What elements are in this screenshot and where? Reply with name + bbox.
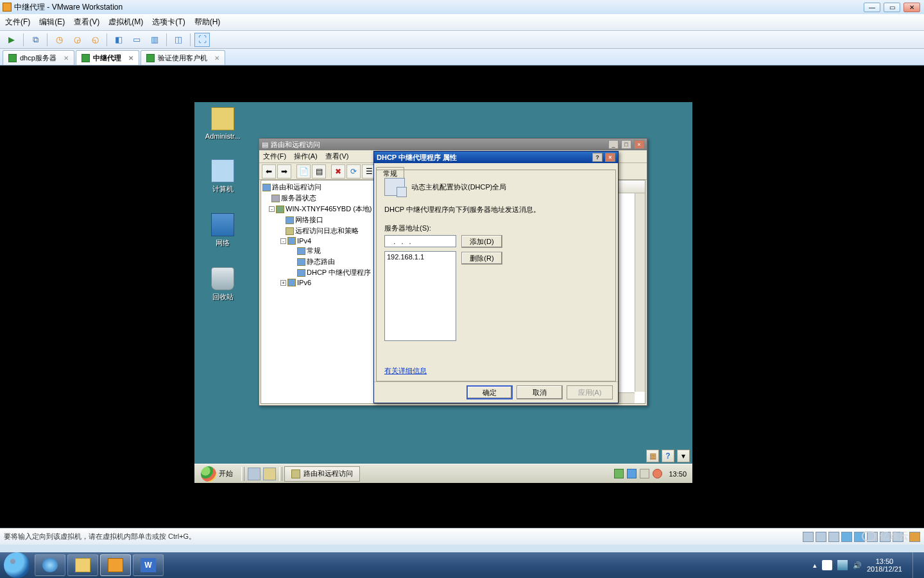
rras-menu-view[interactable]: 查看(V) [325,152,349,161]
guest-display[interactable]: Administr... 计算机 网络 回收站 ▤ 路由和远程访问 _ □ × … [0,66,924,528]
desktop-icon-network[interactable]: 网络 [203,213,242,248]
taskbar-task-rras[interactable]: 路由和远程访问 [284,466,360,482]
apply-button[interactable]: 应用(A) [567,385,613,399]
aux-help-icon[interactable]: ? [662,450,674,462]
tb-unity-icon[interactable]: ◫ [171,33,186,47]
menu-edit[interactable]: 编辑(E) [39,17,65,28]
dev-cd-icon[interactable] [816,532,826,542]
collapse-icon[interactable]: - [269,206,275,212]
vm-tab-relay[interactable]: 中继代理 ✕ [76,50,139,65]
host-maximize-button[interactable]: ▭ [884,3,900,12]
list-item[interactable]: 192.168.1.1 [387,253,454,261]
quicklaunch-explorer-icon[interactable] [263,468,276,480]
vm-tab-dhcp[interactable]: dhcp服务器 ✕ [3,50,74,65]
ok-button[interactable]: 确定 [466,385,513,399]
rras-menu-file[interactable]: 文件(F) [263,152,286,161]
rras-titlebar[interactable]: ▤ 路由和远程访问 _ □ × [259,139,647,150]
tree-ipv6[interactable]: +IPv6 [261,278,375,287]
host-close-button[interactable]: ✕ [903,3,920,12]
tree-server[interactable]: -WIN-XTNYF465YBD (本地) [261,204,375,215]
host-clock-date[interactable]: 2018/12/21 [867,565,902,573]
dev-message-icon[interactable] [909,532,920,542]
tab-close-icon[interactable]: ✕ [214,55,219,62]
host-task-word[interactable]: W [133,554,164,576]
tb-snap-revert-icon[interactable]: ◶ [69,33,85,47]
collapse-icon[interactable]: - [280,238,286,244]
dev-floppy-icon[interactable] [828,532,839,542]
dev-hdd-icon[interactable] [803,532,814,542]
aux-menu-icon[interactable]: ▾ [677,450,690,462]
menu-tabs[interactable]: 选项卡(T) [152,17,185,28]
tree-status[interactable]: 服务器状态 [261,193,375,204]
desktop-icon-recycle[interactable]: 回收站 [203,267,242,302]
host-task-ie[interactable] [35,554,65,576]
tab-close-icon[interactable]: ✕ [64,55,69,62]
tb-poweron-icon[interactable]: ▶ [4,33,19,47]
tb-delete-icon[interactable]: ✖ [331,164,345,179]
host-minimize-button[interactable]: — [864,3,880,12]
tray-action-center-icon[interactable] [822,560,832,570]
vm-tab-client[interactable]: 验证使用客户机 ✕ [141,50,225,65]
show-desktop-button[interactable] [912,552,920,578]
tree-root[interactable]: 路由和远程访问 [261,182,375,193]
server-desktop[interactable]: Administr... 计算机 网络 回收站 ▤ 路由和远程访问 _ □ × … [194,102,692,483]
menu-view[interactable]: 查看(V) [74,17,99,28]
rras-minimize-button[interactable]: _ [608,140,619,149]
desktop-icon-admin[interactable]: Administr... [203,107,242,140]
rras-maximize-button[interactable]: □ [621,140,631,149]
menu-vm[interactable]: 虚拟机(M) [108,17,143,28]
tree-ipv4-general[interactable]: 常规 [261,245,375,256]
server-clock[interactable]: 13:50 [665,470,690,478]
tray-alert-icon[interactable] [653,469,662,478]
tb-view-multi-icon[interactable]: ▭ [129,33,144,47]
menu-file[interactable]: 文件(F) [5,17,30,28]
tb-fullscreen-icon[interactable]: ⛶ [194,33,210,47]
tray-volume-icon[interactable]: 🔊 [853,561,862,570]
tree-ipv4[interactable]: -IPv4 [261,236,375,245]
delete-button[interactable]: 删除(R) [461,252,502,265]
more-info-link[interactable]: 有关详细信息 [384,366,427,376]
server-start-button[interactable]: 开始 [194,466,239,482]
tree-ipv4-static[interactable]: 静态路由 [261,256,375,267]
server-address-input[interactable] [384,235,456,247]
rras-close-button[interactable]: × [634,140,644,149]
tree-logs[interactable]: 远程访问日志和策略 [261,225,375,236]
tb-refresh-icon[interactable]: ⟳ [346,164,361,179]
tray-expand-icon[interactable]: ▴ [813,561,817,570]
host-task-explorer[interactable] [67,554,98,576]
tb-view-single-icon[interactable]: ◧ [111,33,126,47]
tb-snapshot-icon[interactable]: ⧉ [28,33,43,47]
tb-back-icon[interactable]: ⬅ [262,164,276,179]
dialog-titlebar[interactable]: DHCP 中继代理程序 属性 ? × [374,152,618,163]
tree-ipv4-dhcp-relay[interactable]: DHCP 中继代理程序 [261,267,375,278]
dialog-close-button[interactable]: × [605,153,615,162]
cancel-button[interactable]: 取消 [517,385,563,399]
dev-net1-icon[interactable] [841,532,852,542]
rras-tree[interactable]: 路由和远程访问 服务器状态 -WIN-XTNYF465YBD (本地) 网络接口… [261,180,375,403]
tree-netif[interactable]: 网络接口 [261,215,375,225]
tray-network-icon[interactable] [837,560,848,570]
add-button[interactable]: 添加(D) [461,235,502,248]
tray-update-icon[interactable] [640,469,649,478]
menu-help[interactable]: 帮助(H) [194,17,221,28]
quicklaunch-desktop-icon[interactable] [248,468,261,480]
tb-snap-manage-icon[interactable]: ◵ [87,33,103,47]
tb-properties-icon[interactable]: ▤ [312,164,326,179]
tray-security-icon[interactable] [627,469,637,478]
tb-view-thumb-icon[interactable]: ▥ [147,33,162,47]
desktop-icon-computer[interactable]: 计算机 [203,159,242,194]
tab-close-icon[interactable]: ✕ [128,55,133,62]
dialog-help-button[interactable]: ? [592,153,603,162]
tb-snap-take-icon[interactable]: ◷ [51,33,67,47]
host-task-vmware[interactable] [100,554,131,576]
host-start-orb[interactable] [4,552,30,578]
expand-icon[interactable]: + [280,280,286,286]
tb-forward-icon[interactable]: ➡ [277,164,291,179]
server-address-listbox[interactable]: 192.168.1.1 [384,251,456,341]
aux-tool-icon[interactable]: ▦ [646,450,659,462]
rras-menu-action[interactable]: 操作(A) [294,152,318,161]
host-clock-time[interactable]: 13:50 [867,557,902,565]
tray-network-icon[interactable] [614,469,624,478]
tb-up-icon[interactable]: 📄 [296,164,311,179]
vertical-scrollbar[interactable] [635,193,645,392]
